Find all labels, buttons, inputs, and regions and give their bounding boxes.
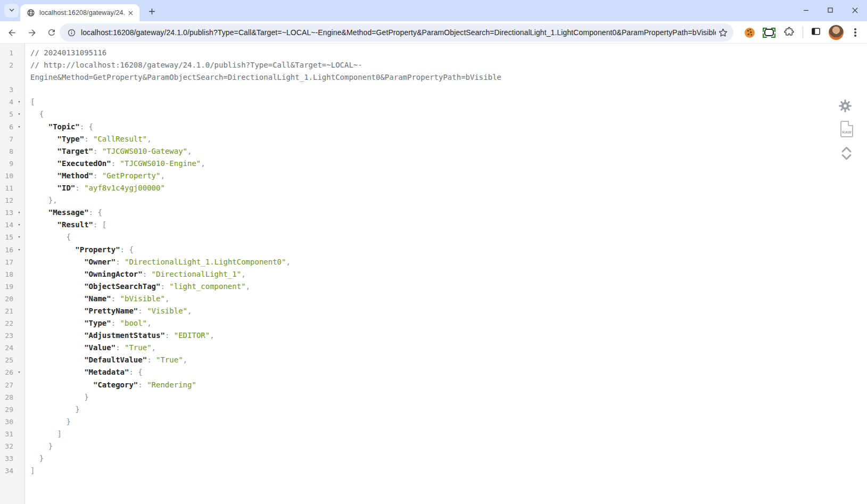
code-token: "Result" — [30, 220, 93, 229]
code-text: ] — [25, 428, 62, 440]
bookmark-star-icon[interactable] — [716, 26, 730, 39]
code-line: 14▾ "Result": [ — [0, 219, 867, 231]
code-token: "Name" — [30, 294, 111, 303]
extensions-button[interactable] — [781, 25, 796, 40]
fold-spacer — [13, 84, 25, 96]
code-text: } — [25, 452, 44, 465]
code-token: : — [143, 270, 152, 278]
viewer-settings-button[interactable] — [838, 98, 853, 113]
code-text: ] — [25, 465, 35, 477]
gutter-cell: 2 — [0, 59, 25, 71]
code-text — [25, 84, 30, 96]
code-line: 8 "Target": "TJCGWS010-Gateway", — [0, 145, 867, 158]
url-text[interactable]: localhost:16208/gateway/24.1.0/publish?T… — [81, 28, 716, 37]
forward-button[interactable] — [24, 25, 39, 40]
browser-menu-button[interactable] — [848, 25, 863, 40]
raw-view-button[interactable]: RAW — [840, 121, 853, 137]
line-number — [0, 71, 13, 84]
minimize-button[interactable] — [794, 0, 818, 20]
fold-toggle-icon[interactable]: ▾ — [13, 244, 25, 256]
side-panel-button[interactable] — [808, 25, 823, 40]
code-token: , — [165, 294, 169, 303]
line-number: 34 — [0, 465, 13, 477]
fold-toggle-icon[interactable]: ▾ — [13, 108, 25, 120]
site-info-icon[interactable] — [64, 26, 78, 39]
scroll-down-button[interactable] — [841, 153, 852, 160]
line-number: 25 — [0, 354, 13, 366]
close-button[interactable] — [843, 0, 867, 20]
gutter-cell: 23 — [0, 329, 25, 342]
fold-spacer — [13, 182, 25, 194]
code-token: , — [147, 319, 151, 327]
code-token: "ObjectSearchTag" — [30, 282, 160, 291]
code-token: { — [30, 110, 44, 118]
line-number: 32 — [0, 440, 13, 452]
code-text: { — [25, 108, 44, 120]
fold-toggle-icon[interactable]: ▾ — [13, 219, 25, 231]
code-token: "light_component" — [169, 282, 245, 291]
line-number: 15 — [0, 231, 13, 243]
line-number: 12 — [0, 194, 13, 206]
gutter-cell: 19 — [0, 280, 25, 293]
code-text: Engine&Method=GetProperty&ParamObjectSea… — [25, 71, 501, 84]
line-number: 7 — [0, 133, 13, 145]
fold-toggle-icon[interactable]: ▾ — [13, 206, 25, 219]
line-number: 31 — [0, 428, 13, 440]
tab-close-icon[interactable] — [126, 8, 135, 18]
line-number: 29 — [0, 403, 13, 416]
fold-toggle-icon[interactable]: ▾ — [13, 121, 25, 133]
code-text: "AdjustmentStatus": "EDITOR", — [25, 329, 214, 342]
fold-spacer — [13, 416, 25, 428]
code-text: "Property": { — [25, 244, 134, 256]
gutter-cell: 16▾ — [0, 244, 25, 256]
fold-spacer — [13, 329, 25, 342]
maximize-button[interactable] — [818, 0, 843, 20]
chevron-down-icon — [8, 6, 15, 15]
fold-spacer — [13, 342, 25, 354]
fold-toggle-icon[interactable]: ▾ — [13, 231, 25, 243]
back-button[interactable] — [4, 25, 19, 40]
cookie-extension-icon[interactable] — [742, 25, 757, 40]
code-line: 30 } — [0, 416, 867, 428]
gutter-cell: 26▾ — [0, 366, 25, 378]
scroll-up-button[interactable] — [841, 145, 852, 152]
code-line: 21 "PrettyName": "Visible", — [0, 305, 867, 317]
code-token: } — [30, 405, 80, 414]
json-viewer: 1// 202401310951162// http://localhost:1… — [0, 47, 867, 477]
code-token: , — [241, 270, 245, 278]
code-text: } — [25, 416, 71, 428]
fold-spacer — [13, 194, 25, 206]
code-token: "ayf8v1c4ygj00000" — [84, 184, 165, 192]
line-number: 14 — [0, 219, 13, 231]
kebab-menu-icon — [854, 28, 856, 36]
active-tab[interactable]: localhost:16208/gateway/24.1.0 — [20, 4, 139, 21]
code-token: } — [30, 393, 89, 401]
line-number: 30 — [0, 416, 13, 428]
gutter-cell: 34 — [0, 465, 25, 477]
code-token: "Method" — [30, 171, 93, 180]
code-text: "ObjectSearchTag": "light_component", — [25, 280, 250, 293]
profile-avatar[interactable] — [829, 25, 844, 40]
new-tab-button[interactable] — [144, 4, 159, 19]
fold-toggle-icon[interactable]: ▾ — [13, 366, 25, 378]
code-token: : — [111, 319, 120, 327]
screenshot-extension-icon[interactable] — [762, 25, 777, 40]
tab-search-button[interactable] — [4, 4, 19, 18]
code-token: "Topic" — [30, 122, 80, 131]
code-line: 26▾ "Metadata": { — [0, 366, 867, 378]
gutter-cell: 8 — [0, 145, 25, 158]
gutter-cell: 3 — [0, 84, 25, 96]
code-token: : — [84, 135, 93, 143]
line-number: 11 — [0, 182, 13, 194]
tab-bar: localhost:16208/gateway/24.1.0 — [0, 0, 867, 21]
code-token: , — [286, 258, 290, 266]
code-token: : [ — [93, 220, 106, 229]
address-bar[interactable]: localhost:16208/gateway/24.1.0/publish?T… — [60, 23, 733, 42]
gutter-cell: 29 — [0, 403, 25, 416]
line-number: 23 — [0, 329, 13, 342]
fold-spacer — [13, 145, 25, 158]
fold-toggle-icon[interactable]: ▾ — [13, 96, 25, 108]
code-token: , — [152, 343, 156, 352]
reload-button[interactable] — [44, 25, 59, 40]
code-token: , — [147, 135, 151, 143]
